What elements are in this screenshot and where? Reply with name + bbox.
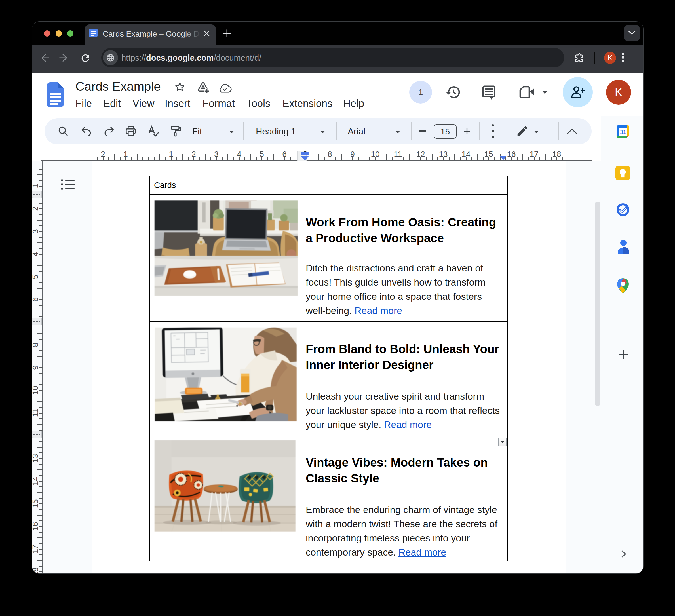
svg-text:31: 31	[620, 129, 626, 135]
